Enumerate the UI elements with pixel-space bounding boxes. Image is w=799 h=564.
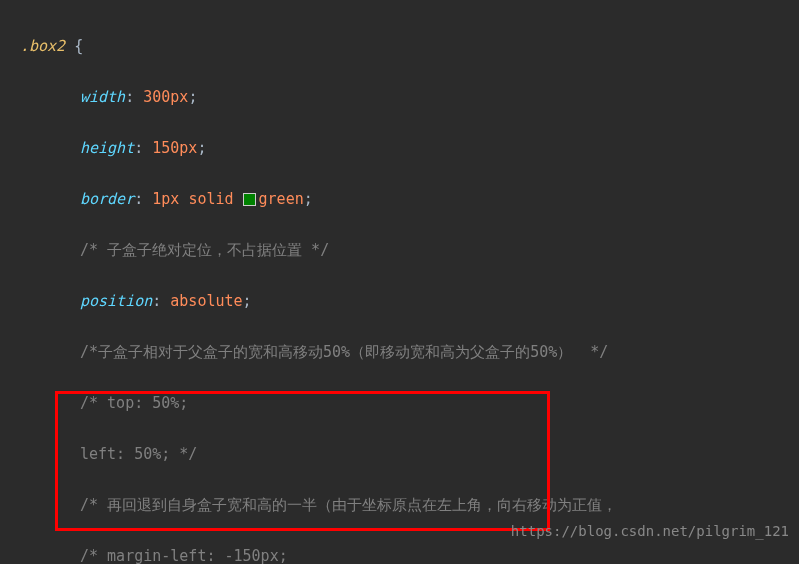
code-line: /* top: 50%; bbox=[20, 391, 799, 417]
css-property: border bbox=[80, 190, 134, 208]
css-comment: /*子盒子相对于父盒子的宽和高移动50%（即移动宽和高为父盒子的50%） */ bbox=[80, 343, 608, 361]
css-value: 300px bbox=[143, 88, 188, 106]
css-comment: /* 子盒子绝对定位，不占据位置 */ bbox=[80, 241, 329, 259]
watermark-text: https://blog.csdn.net/pilgrim_121 bbox=[511, 520, 789, 544]
code-line: /* 再回退到自身盒子宽和高的一半（由于坐标原点在左上角，向右移动为正值， bbox=[20, 493, 799, 519]
css-comment: /* margin-left: -150px; bbox=[80, 547, 288, 565]
css-property: position bbox=[80, 292, 152, 310]
brace-open: { bbox=[74, 37, 83, 55]
css-value: solid bbox=[188, 190, 233, 208]
code-line: /*子盒子相对于父盒子的宽和高移动50%（即移动宽和高为父盒子的50%） */ bbox=[20, 340, 799, 366]
code-line: border: 1px solid green; bbox=[20, 187, 799, 213]
css-comment: /* 再回退到自身盒子宽和高的一半（由于坐标原点在左上角，向右移动为正值， bbox=[80, 496, 617, 514]
css-value: 1px bbox=[152, 190, 179, 208]
css-property: height bbox=[80, 139, 134, 157]
code-line: left: 50%; */ bbox=[20, 442, 799, 468]
code-line: /* margin-left: -150px; bbox=[20, 544, 799, 565]
color-swatch-icon bbox=[243, 193, 256, 206]
css-property: width bbox=[80, 88, 125, 106]
css-code-block: .box2 { width: 300px; height: 150px; bor… bbox=[20, 8, 799, 564]
css-value: absolute bbox=[170, 292, 242, 310]
code-line: /* 子盒子绝对定位，不占据位置 */ bbox=[20, 238, 799, 264]
css-value: 150px bbox=[152, 139, 197, 157]
css-comment: left: 50%; */ bbox=[80, 445, 197, 463]
css-value: green bbox=[259, 190, 304, 208]
css-comment: /* top: 50%; bbox=[80, 394, 188, 412]
code-line: height: 150px; bbox=[20, 136, 799, 162]
code-line: .box2 { bbox=[20, 34, 799, 60]
css-selector: .box2 bbox=[20, 37, 65, 55]
code-line: width: 300px; bbox=[20, 85, 799, 111]
code-line: position: absolute; bbox=[20, 289, 799, 315]
